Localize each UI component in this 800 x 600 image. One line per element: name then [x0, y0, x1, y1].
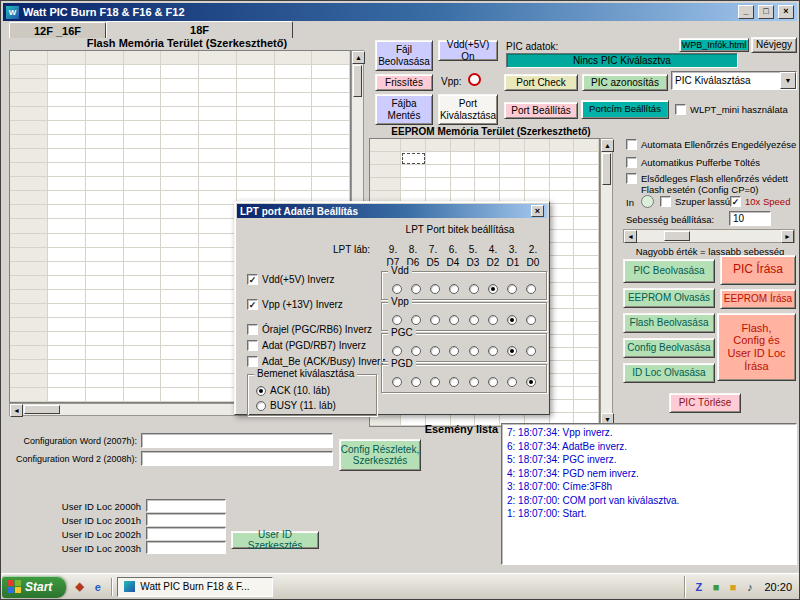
grid-cell[interactable] — [124, 205, 162, 219]
grid-cell[interactable] — [275, 79, 313, 93]
tray-status-green-icon[interactable]: ■ — [708, 579, 723, 594]
grid-cell[interactable] — [550, 387, 575, 400]
grid-cell[interactable] — [199, 318, 237, 332]
grid-cell[interactable] — [124, 121, 162, 135]
grid-cell[interactable] — [525, 178, 550, 191]
grid-cell[interactable] — [48, 177, 86, 191]
user-id-edit-button[interactable]: User ID Szerkesztés — [231, 531, 319, 549]
tray-status-yellow-icon[interactable]: ■ — [725, 579, 740, 594]
grid-cell[interactable] — [525, 152, 550, 165]
grid-cell[interactable] — [86, 121, 124, 135]
grid-cell[interactable] — [550, 165, 575, 178]
grid-cell[interactable] — [48, 163, 86, 177]
grid-cell[interactable] — [161, 191, 199, 205]
wpb-info-button[interactable]: WPB_Infók.html — [679, 38, 749, 52]
lpt-bit-radio[interactable] — [411, 346, 421, 356]
grid-cell[interactable] — [237, 177, 275, 191]
grid-cell[interactable] — [48, 135, 86, 149]
lpt-bit-radio[interactable] — [449, 377, 459, 387]
grid-cell[interactable] — [199, 135, 237, 149]
close-button[interactable]: × — [778, 5, 794, 19]
busy-option-row[interactable]: BUSY (11. láb) — [256, 400, 336, 411]
lpt-bit-radio[interactable] — [392, 315, 402, 325]
grid-cell[interactable] — [199, 276, 237, 290]
grid-cell[interactable] — [550, 204, 575, 217]
grid-cell[interactable] — [199, 248, 237, 262]
ack-radio[interactable] — [256, 386, 266, 396]
dialog-close-button[interactable]: × — [531, 205, 544, 217]
grid-cell[interactable] — [199, 304, 237, 318]
vdd-inverz-row[interactable]: Vdd(+5V) Inverz — [247, 274, 335, 285]
grid-cell[interactable] — [161, 79, 199, 93]
grid-cell[interactable] — [312, 79, 350, 93]
grid-cell[interactable] — [275, 93, 313, 107]
minimize-button[interactable]: _ — [738, 5, 754, 19]
pic-identify-button[interactable]: PIC azonosítás — [582, 74, 668, 91]
grid-cell[interactable] — [48, 304, 86, 318]
super-slow-checkbox-row[interactable]: Szuper lassú — [660, 196, 730, 207]
grid-cell[interactable] — [48, 318, 86, 332]
lpt-bit-radio[interactable] — [430, 346, 440, 356]
grid-cell[interactable] — [86, 135, 124, 149]
dialog-title-bar[interactable]: LPT port Adatél Beállítás × — [237, 204, 547, 218]
grid-cell[interactable] — [275, 121, 313, 135]
config-word2-input[interactable] — [141, 451, 333, 466]
grid-cell[interactable] — [48, 219, 86, 233]
lpt-bit-radio[interactable] — [449, 284, 459, 294]
lpt-bit-radio[interactable] — [526, 284, 536, 294]
grid-cell[interactable] — [199, 93, 237, 107]
grid-cell[interactable] — [237, 135, 275, 149]
grid-cell[interactable] — [574, 256, 599, 269]
grid-cell[interactable] — [199, 262, 237, 276]
slider-thumb[interactable] — [664, 231, 690, 241]
grid-cell[interactable] — [86, 388, 124, 402]
grid-cell[interactable] — [161, 332, 199, 346]
grid-cell[interactable] — [86, 219, 124, 233]
grid-cell[interactable] — [86, 149, 124, 163]
maximize-button[interactable]: □ — [758, 5, 774, 19]
lpt-bit-radio[interactable] — [449, 346, 459, 356]
grid-cell[interactable] — [237, 121, 275, 135]
auto-verify-checkbox-row[interactable]: Automata Ellenőrzés Engedélyezése — [626, 139, 796, 150]
grid-cell[interactable] — [86, 93, 124, 107]
grid-cell[interactable] — [199, 79, 237, 93]
user-id-2002-input[interactable] — [146, 527, 226, 540]
grid-cell[interactable] — [550, 309, 575, 322]
quick-launch-app-icon[interactable]: ◆ — [72, 579, 87, 594]
chevron-down-icon[interactable]: ▼ — [780, 72, 796, 89]
grid-cell[interactable] — [161, 276, 199, 290]
grid-cell[interactable] — [199, 374, 237, 388]
grid-cell[interactable] — [312, 149, 350, 163]
grid-cell[interactable] — [500, 178, 525, 191]
pic-select-combobox[interactable]: PIC Kiválasztása ▼ — [671, 71, 797, 90]
grid-cell[interactable] — [86, 177, 124, 191]
grid-cell[interactable] — [550, 191, 575, 204]
grid-cell[interactable] — [550, 400, 575, 413]
pgc-inverz-checkbox[interactable] — [247, 324, 258, 335]
grid-cell[interactable] — [161, 65, 199, 79]
grid-cell[interactable] — [161, 135, 199, 149]
grid-cell[interactable] — [237, 163, 275, 177]
grid-cell[interactable] — [124, 65, 162, 79]
about-button[interactable]: Névjegy — [751, 37, 797, 53]
grid-cell[interactable] — [199, 149, 237, 163]
lpt-bit-radio[interactable] — [526, 377, 536, 387]
slider-left-button[interactable]: ◄ — [624, 230, 637, 243]
grid-cell[interactable] — [451, 165, 476, 178]
grid-cell[interactable] — [86, 163, 124, 177]
grid-cell[interactable] — [124, 191, 162, 205]
port-setup-button[interactable]: Port Beállítás — [504, 102, 578, 119]
grid-cell[interactable] — [574, 322, 599, 335]
tab-18f[interactable]: 18F — [106, 21, 293, 38]
lpt-bit-radio[interactable] — [430, 315, 440, 325]
lpt-bit-radio[interactable] — [449, 315, 459, 325]
grid-cell[interactable] — [124, 388, 162, 402]
grid-cell[interactable] — [48, 234, 86, 248]
grid-cell[interactable] — [86, 360, 124, 374]
grid-cell[interactable] — [199, 121, 237, 135]
scroll-up-button[interactable]: ▲ — [601, 139, 614, 152]
grid-cell[interactable] — [86, 79, 124, 93]
grid-cell[interactable] — [275, 177, 313, 191]
grid-cell[interactable] — [475, 165, 500, 178]
grid-cell[interactable] — [237, 149, 275, 163]
